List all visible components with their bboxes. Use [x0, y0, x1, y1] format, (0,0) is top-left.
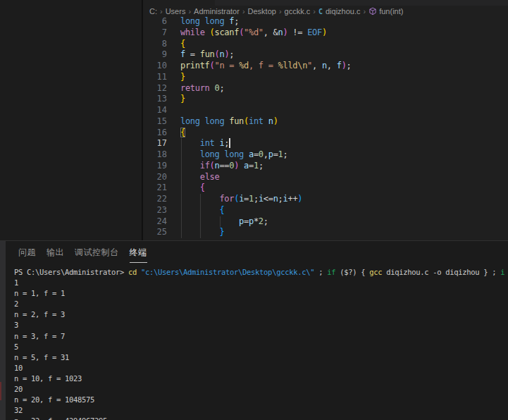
- code-line[interactable]: 15long long fun(int n): [143, 116, 508, 128]
- code-line[interactable]: 10printf("n = %d, f = %lld\n", n, f);: [143, 61, 508, 72]
- terminal-line: 20: [14, 384, 508, 395]
- line-number: 17: [143, 138, 167, 149]
- line-number: 13: [143, 94, 167, 105]
- breadcrumb-item[interactable]: Users: [166, 7, 186, 16]
- breadcrumb-separator: ›: [188, 7, 191, 16]
- code-line[interactable]: 9f = fun(n);: [143, 49, 508, 61]
- code-line[interactable]: 18 long long a=0,p=1;: [143, 149, 508, 161]
- editor-tab-bar: [143, 0, 508, 6]
- line-number: 20: [143, 172, 167, 183]
- breadcrumb-file[interactable]: diqizhou.c: [326, 7, 361, 16]
- line-number: 11: [143, 72, 167, 83]
- line-number: 23: [143, 205, 167, 216]
- breadcrumb-separator: ›: [242, 7, 245, 16]
- terminal-line: n = 32, f = 4294967295: [14, 416, 508, 420]
- indent-guide: [181, 216, 182, 228]
- line-number: 21: [143, 183, 167, 194]
- code-line[interactable]: 8{: [143, 39, 508, 50]
- line-number: 18: [143, 149, 167, 161]
- code-line[interactable]: 25 }: [143, 227, 508, 238]
- line-number: 22: [143, 194, 167, 205]
- bottom-panel: 问题输出调试控制台终端 PS C:\Users\Administrator> c…: [0, 240, 508, 420]
- terminal-line: n = 20, f = 1048575: [14, 395, 508, 405]
- breadcrumb-separator: ›: [313, 7, 316, 16]
- breadcrumb: C:›Users›Administrator›Desktop›gcckk.c› …: [143, 6, 508, 17]
- panel-tab-problems[interactable]: 问题: [18, 245, 36, 263]
- breadcrumb-item[interactable]: gcckk.c: [285, 7, 311, 16]
- indent-guide: [200, 205, 201, 216]
- editor-area: C:›Users›Administrator›Desktop›gcckk.c› …: [143, 0, 508, 241]
- breadcrumb-symbol[interactable]: fun(int): [379, 7, 403, 16]
- indent-guide: [200, 194, 201, 205]
- line-number: 14: [143, 105, 167, 116]
- code-line[interactable]: 7while (scanf("%d", &n) != EOF): [143, 27, 508, 39]
- code-line[interactable]: 14: [143, 105, 508, 116]
- code-editor[interactable]: 6long long f;7while (scanf("%d", &n) != …: [143, 16, 508, 238]
- code-line[interactable]: 22 for(i=1;i<=n;i++): [143, 194, 508, 205]
- code-line[interactable]: 12return 0;: [143, 83, 508, 94]
- line-number: 7: [143, 27, 167, 39]
- terminal-line: 5: [14, 342, 508, 352]
- terminal-line: PS C:\Users\Administrator> cd "c:\Users\…: [14, 267, 508, 278]
- indent-guide: [181, 149, 182, 161]
- line-number: 25: [143, 227, 167, 238]
- code-line[interactable]: 17 int i;: [143, 138, 508, 149]
- indent-guide: [181, 138, 182, 149]
- code-line[interactable]: 24 p=p*2;: [143, 216, 508, 228]
- line-number: 8: [143, 39, 167, 50]
- panel-tab-debug-console[interactable]: 调试控制台: [75, 245, 119, 263]
- line-number: 16: [143, 128, 167, 139]
- indent-guide: [181, 183, 182, 194]
- line-number: 6: [143, 16, 167, 27]
- indent-guide: [200, 216, 201, 228]
- terminal-line: 3: [14, 320, 508, 331]
- breadcrumb-separator: ›: [364, 7, 366, 16]
- line-number: 15: [143, 116, 167, 128]
- indent-guide: [181, 205, 182, 216]
- panel-tabs: 问题输出调试控制台终端: [18, 245, 158, 263]
- code-line[interactable]: 13}: [143, 94, 508, 105]
- code-line[interactable]: 11}: [143, 72, 508, 83]
- terminal-line: 10: [14, 363, 508, 373]
- terminal-line: n = 1, f = 1: [14, 288, 508, 299]
- breadcrumb-item[interactable]: C:: [149, 7, 157, 16]
- code-line[interactable]: 16{: [143, 128, 508, 139]
- line-number: 24: [143, 216, 167, 228]
- terminal-line: n = 2, f = 3: [14, 309, 508, 320]
- method-cube-icon: [368, 7, 377, 16]
- breadcrumb-separator: ›: [279, 7, 282, 16]
- terminal-line: n = 3, f = 7: [14, 331, 508, 342]
- indent-guide: [181, 172, 182, 183]
- decoration-red-mark: [0, 382, 1, 400]
- terminal-line: n = 5, f = 31: [14, 352, 508, 363]
- terminal-line: 2: [14, 299, 508, 309]
- active-tab-remnant: [143, 0, 215, 6]
- indent-guide: [181, 161, 182, 172]
- text-cursor: [229, 138, 230, 148]
- line-number: 10: [143, 61, 167, 72]
- line-number: 9: [143, 49, 167, 61]
- panel-tab-terminal[interactable]: 终端: [130, 245, 147, 263]
- code-line[interactable]: 6long long f;: [143, 16, 508, 27]
- indent-guide: [181, 227, 182, 238]
- indent-guide: [181, 194, 182, 205]
- code-line[interactable]: 21 {: [143, 183, 508, 194]
- breadcrumb-item[interactable]: Desktop: [248, 7, 276, 16]
- code-line[interactable]: 23 {: [143, 205, 508, 216]
- terminal-line: 1: [14, 278, 508, 288]
- indent-guide: [200, 227, 201, 238]
- terminal-output[interactable]: PS C:\Users\Administrator> cd "c:\Users\…: [14, 267, 508, 420]
- sidebar-empty: [0, 0, 143, 241]
- terminal-line: 32: [14, 405, 508, 416]
- breadcrumb-separator: ›: [160, 7, 163, 16]
- indent-guide: [220, 216, 221, 228]
- line-number: 12: [143, 83, 167, 94]
- line-number: 19: [143, 161, 167, 172]
- terminal-line: n = 10, f = 1023: [14, 373, 508, 384]
- code-line[interactable]: 20 else: [143, 172, 508, 183]
- panel-tab-output[interactable]: 输出: [47, 245, 64, 263]
- breadcrumb-item[interactable]: Administrator: [194, 7, 240, 16]
- c-file-icon: C: [318, 8, 323, 16]
- breadcrumb-path: C:›Users›Administrator›Desktop›gcckk.c›: [149, 7, 318, 16]
- code-line[interactable]: 19 if(n==0) a=1;: [143, 161, 508, 172]
